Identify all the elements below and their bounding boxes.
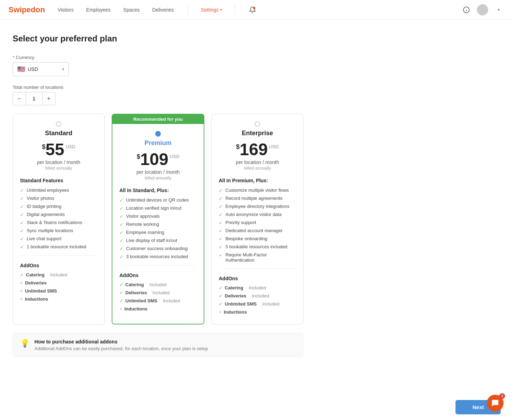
navbar: Swipedon Visitors Employees Spaces Deliv…: [0, 0, 512, 20]
list-item: ✓Live display of staff in/out: [119, 238, 197, 243]
list-item: ✓Visitor approvals: [119, 214, 197, 219]
list-item: ✓Catering Included: [119, 282, 197, 287]
check-icon: ✓: [119, 214, 123, 219]
check-icon: ✓: [20, 196, 24, 201]
plan-enterprise-body: Enterprise $ 169 USD per location / mont…: [212, 114, 303, 324]
notification-bell-icon[interactable]: [248, 5, 257, 15]
locations-input[interactable]: [26, 92, 42, 105]
check-icon: ✓: [20, 272, 24, 277]
check-icon: ✓: [119, 230, 123, 235]
locations-group: Total number of locations − +: [13, 85, 303, 105]
location-stepper: − +: [13, 92, 55, 105]
plus-icon: +: [219, 309, 222, 315]
list-item: ✓Deliveries Included: [219, 293, 296, 298]
plus-icon: +: [20, 280, 23, 286]
chat-badge: 3: [499, 393, 505, 399]
list-item: ✓Catering Included: [20, 272, 97, 277]
increment-button[interactable]: +: [42, 92, 55, 105]
list-item: +Unlimited SMS: [20, 288, 97, 294]
list-item: ✓Customer success onboarding: [119, 246, 197, 251]
nav-deliveries[interactable]: Deliveries: [151, 7, 175, 13]
check-icon: ✓: [219, 228, 223, 234]
decrement-button[interactable]: −: [13, 92, 26, 105]
plan-enterprise-dollar: $: [236, 143, 239, 151]
plan-standard-name: Standard: [20, 130, 97, 137]
list-item: ✓Auto anonymize visitor data: [219, 212, 296, 217]
list-item: ✓Dedicated account manager: [219, 228, 296, 234]
list-item: ✓Employee roaming: [119, 230, 197, 235]
list-item: +Inductions: [20, 296, 97, 302]
plan-enterprise-name: Enterprise: [219, 130, 296, 137]
plan-premium-radio[interactable]: [155, 131, 161, 137]
plan-enterprise-currency: USD: [269, 144, 278, 149]
check-icon: ✓: [119, 206, 123, 211]
logo[interactable]: Swipedon: [8, 5, 45, 14]
check-icon: ✓: [219, 204, 223, 209]
check-icon: ✓: [119, 222, 123, 227]
list-item: ✓Employee directory integrations: [219, 204, 296, 209]
locations-label: Total number of locations: [13, 85, 303, 90]
check-icon: ✓: [219, 212, 223, 217]
list-item: ✓Priority support: [219, 220, 296, 225]
footer-bar: Next: [0, 394, 512, 399]
currency-chevron-icon: ▾: [62, 67, 64, 72]
addons-info-text-wrap: How to purchase additional addons Additi…: [34, 339, 208, 351]
check-icon: ✓: [219, 244, 223, 250]
plan-enterprise-radio[interactable]: [255, 121, 260, 127]
list-item: ✓1 bookable resource included: [20, 244, 97, 250]
user-menu-chevron-icon[interactable]: ▾: [494, 5, 504, 15]
nav-spaces[interactable]: Spaces: [122, 7, 141, 13]
plan-standard-body: Standard $ 55 USD per location / month b…: [13, 114, 104, 311]
plan-premium-price-row: $ 109 USD: [119, 151, 197, 168]
check-icon: ✓: [20, 244, 24, 250]
list-item: ✓Unlimited SMS Included: [119, 298, 197, 303]
check-icon: ✓: [119, 238, 123, 243]
currency-select[interactable]: 🇺🇸 USD ▾: [13, 62, 69, 76]
list-item: ✓Record multiple agreements: [219, 196, 296, 201]
list-item: ✓Unlimited SMS Included: [219, 301, 296, 307]
nav-divider: [188, 5, 188, 15]
info-icon[interactable]: [461, 5, 471, 15]
plan-enterprise-radio-wrap: [219, 121, 296, 127]
check-icon: ✓: [20, 236, 24, 242]
nav-employees[interactable]: Employees: [85, 7, 112, 13]
plan-enterprise[interactable]: Enterprise $ 169 USD per location / mont…: [211, 114, 303, 324]
plan-enterprise-addons-title: AddOns: [219, 276, 296, 281]
list-item: ✓Unlimited employees: [20, 188, 97, 193]
check-icon: ✓: [20, 228, 24, 234]
plan-premium-amount: 109: [140, 151, 168, 168]
list-item: ✓Customize multiple visitor flows: [219, 188, 296, 193]
list-item: ✓Bespoke onboarding: [219, 236, 296, 242]
currency-group: * Currency 🇺🇸 USD ▾: [13, 55, 303, 76]
list-item: ✓Catering Included: [219, 285, 296, 290]
plan-standard-radio[interactable]: [56, 121, 61, 127]
list-item: ✓Deliveries Included: [119, 290, 197, 295]
check-icon: ✓: [119, 254, 123, 260]
plan-premium-radio-wrap: [119, 131, 197, 137]
check-icon: ✓: [20, 204, 24, 209]
settings-chevron-icon: ▾: [220, 8, 222, 12]
check-icon: ✓: [219, 236, 223, 242]
plan-standard-billed: billed annually: [20, 166, 97, 171]
nav-settings[interactable]: Settings ▾: [201, 7, 222, 13]
plan-standard-features-title: Standard Features: [20, 178, 97, 183]
plan-enterprise-billed: billed annually: [219, 166, 296, 171]
check-icon: ✓: [219, 293, 223, 298]
nav-divider-2: [235, 5, 235, 15]
list-item: ✓3 bookable resources included: [119, 254, 197, 260]
check-icon: ✓: [219, 220, 223, 225]
plan-standard-currency: USD: [66, 144, 75, 149]
nav-visitors[interactable]: Visitors: [56, 7, 75, 13]
list-item: ✓Digital agreements: [20, 212, 97, 217]
svg-point-0: [253, 7, 255, 9]
list-item: ✓5 bookable resources included: [219, 244, 296, 250]
plan-premium[interactable]: Recommended for you Premium $ 109 USD pe…: [112, 114, 204, 324]
plans-container: Standard $ 55 USD per location / month b…: [13, 114, 303, 324]
check-icon: ✓: [219, 252, 223, 258]
plan-standard-radio-wrap: [20, 121, 97, 127]
plan-divider: [20, 255, 97, 256]
plan-standard[interactable]: Standard $ 55 USD per location / month b…: [13, 114, 105, 324]
list-item: ✓Live chat support: [20, 236, 97, 242]
plan-premium-body: Premium $ 109 USD per location / month b…: [112, 124, 204, 321]
avatar[interactable]: [477, 4, 488, 15]
